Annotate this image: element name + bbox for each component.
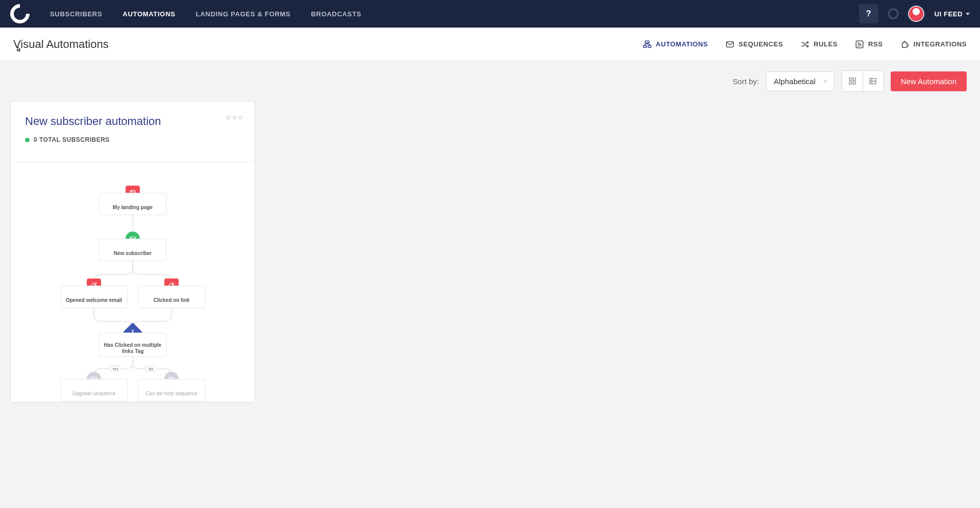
view-toggle [842, 70, 884, 92]
brand-logo[interactable] [6, 0, 34, 28]
node-opened-email[interactable]: Opened welcome email [60, 286, 128, 308]
tab-integrations[interactable]: INTEGRATIONS [900, 40, 967, 49]
node-landing-page[interactable]: My landing page [99, 193, 166, 215]
new-automation-button[interactable]: New Automation [891, 71, 967, 91]
node-clicked-link[interactable]: Clicked on link [138, 286, 205, 308]
svg-rect-7 [849, 82, 852, 84]
tab-rss[interactable]: RSS [855, 40, 883, 49]
tab-label: INTEGRATIONS [914, 40, 967, 48]
automation-card[interactable]: New subscriber automation 0 TOTAL SUBSCR… [10, 101, 255, 402]
sort-label: Sort by: [732, 77, 759, 86]
grid-icon [848, 77, 856, 85]
card-menu-button[interactable] [227, 116, 242, 119]
tab-label: AUTOMATIONS [656, 40, 708, 48]
node-tree-icon [643, 40, 652, 49]
nav-landing-pages-forms[interactable]: LANDING PAGES & FORMS [196, 10, 291, 18]
svg-point-13 [172, 284, 173, 285]
content-area: New subscriber automation 0 TOTAL SUBSCR… [0, 101, 980, 423]
svg-rect-0 [645, 41, 649, 43]
view-grid-button[interactable] [842, 71, 863, 91]
avatar[interactable] [908, 6, 924, 22]
user-menu[interactable]: UI FEED [935, 10, 970, 18]
tab-label: RSS [868, 40, 883, 48]
automation-diagram: My landing page New subscriber Opened we… [11, 162, 255, 402]
nav-subscribers[interactable]: SUBSCRIBERS [50, 10, 102, 18]
svg-point-12 [94, 284, 95, 285]
nav-automations[interactable]: AUTOMATIONS [122, 10, 175, 18]
nav-broadcasts[interactable]: BROADCASTS [311, 10, 361, 18]
node-condition[interactable]: Has Clicked on multiple links Tag [99, 333, 166, 357]
toolbar: Sort by: Alphabetical New Automation [0, 61, 980, 101]
mail-icon [725, 40, 734, 49]
sub-header: Visual Automations AUTOMATIONS SEQUENCES… [0, 28, 980, 61]
tab-label: RULES [814, 40, 838, 48]
node-upgrade-sequence[interactable]: Upgrade sequence [60, 379, 128, 401]
shuffle-icon [800, 40, 810, 49]
svg-rect-2 [648, 45, 651, 47]
svg-rect-5 [849, 78, 852, 81]
dot-icon [239, 116, 242, 119]
status-indicator-icon [888, 8, 899, 19]
chevron-down-icon [966, 13, 970, 15]
svg-point-14 [132, 330, 133, 331]
subscriber-count: 0 TOTAL SUBSCRIBERS [34, 136, 110, 143]
card-title: New subscriber automation [25, 115, 240, 128]
list-icon [869, 77, 877, 85]
help-button[interactable]: ? [859, 4, 878, 23]
page-title: Visual Automations [13, 38, 109, 51]
cursor-icon [15, 46, 22, 53]
rss-icon [855, 40, 864, 49]
dot-icon [227, 116, 230, 119]
svg-rect-1 [643, 45, 646, 47]
user-name: UI FEED [935, 10, 963, 18]
tab-label: SEQUENCES [739, 40, 783, 48]
sort-select[interactable]: Alphabetical [766, 71, 835, 91]
tab-sequences[interactable]: SEQUENCES [725, 40, 783, 49]
no-badge: No [145, 366, 157, 372]
node-help-sequence[interactable]: Can we help sequence [138, 379, 205, 401]
svg-rect-8 [853, 82, 855, 84]
svg-rect-6 [853, 78, 855, 81]
svg-rect-4 [856, 41, 863, 48]
tab-automations[interactable]: AUTOMATIONS [643, 40, 708, 49]
dot-icon [233, 116, 236, 119]
tab-rules[interactable]: RULES [800, 40, 838, 49]
top-nav: SUBSCRIBERS AUTOMATIONS LANDING PAGES & … [0, 0, 980, 28]
puzzle-icon [900, 40, 910, 49]
yes-badge: Yes [110, 366, 121, 372]
status-dot-icon [25, 138, 30, 142]
node-new-subscriber[interactable]: New subscriber [99, 239, 166, 261]
view-list-button[interactable] [863, 71, 883, 91]
